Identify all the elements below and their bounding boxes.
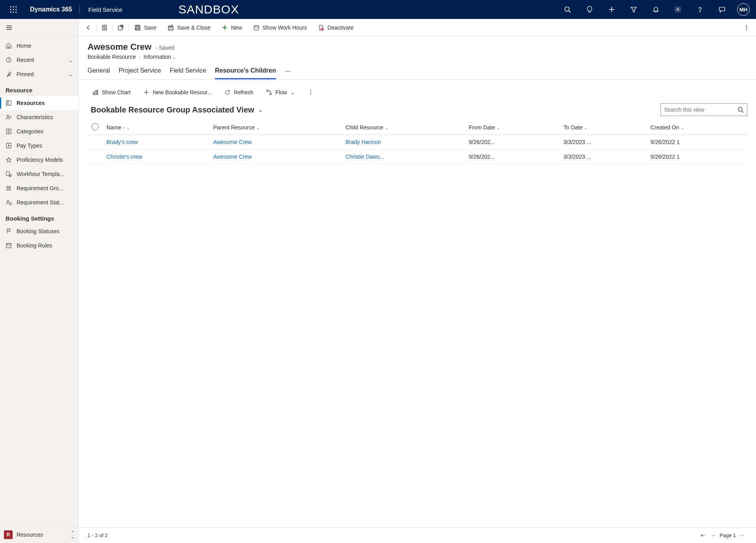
svg-point-72: [310, 94, 312, 95]
area-switcher[interactable]: R Resources ⌃⌄: [0, 526, 78, 543]
column-header-to-date[interactable]: To Date⌄: [560, 120, 646, 135]
cell-child[interactable]: Brady Hannon: [342, 135, 465, 150]
assistant-icon[interactable]: [713, 0, 732, 19]
filter-icon[interactable]: [624, 0, 643, 19]
resource-icon: [6, 100, 12, 106]
select-all-checkbox[interactable]: [88, 120, 103, 135]
save-button[interactable]: Save: [129, 19, 162, 36]
sidebar-item-home[interactable]: Home: [0, 39, 78, 53]
show-chart-button[interactable]: Show Chart: [88, 87, 135, 98]
sidebar-item-proficiency-models[interactable]: Proficiency Models: [0, 153, 78, 167]
subgrid-table: Name↑⌄ Parent Resource⌄ Child Resource⌄ …: [88, 120, 747, 527]
search-icon[interactable]: [737, 107, 744, 113]
svg-point-22: [7, 102, 9, 103]
chart-icon: [92, 89, 99, 95]
sidebar-item-categories[interactable]: Categories: [0, 124, 78, 139]
sidebar-item-pinned[interactable]: Pinned ⌄: [0, 67, 78, 81]
sidebar-item-recent[interactable]: Recent ⌄: [0, 53, 78, 67]
app-name-label[interactable]: Field Service: [83, 6, 128, 13]
cell-parent[interactable]: Awesome Crew: [209, 150, 342, 164]
search-input[interactable]: [664, 107, 737, 113]
add-icon[interactable]: [602, 0, 621, 19]
tab-field-service[interactable]: Field Service: [170, 67, 206, 79]
chevron-down-icon: ⌄: [173, 55, 176, 60]
table-row[interactable]: Christie's crew Awesome Crew Christie Da…: [88, 150, 747, 164]
command-overflow-button[interactable]: [739, 19, 754, 36]
sidebar-item-resources[interactable]: Resources: [0, 96, 78, 110]
view-selector[interactable]: Bookable Resource Group Associated View …: [88, 105, 263, 114]
first-page-button[interactable]: ⇤: [698, 531, 708, 540]
global-header: Dynamics 365 Field Service SANDBOX MH: [0, 0, 756, 19]
svg-point-8: [15, 11, 17, 13]
sidebar-item-booking-rules[interactable]: Booking Rules: [0, 238, 78, 253]
show-work-hours-label: Show Work Hours: [263, 24, 307, 31]
chevron-down-icon: ⌄: [68, 71, 73, 77]
new-button[interactable]: New: [216, 19, 248, 36]
column-header-from-date[interactable]: From Date⌄: [465, 120, 560, 135]
tab-project-service[interactable]: Project Service: [119, 67, 161, 79]
column-header-parent-resource[interactable]: Parent Resource⌄: [209, 120, 342, 135]
chevron-down-icon: ⌄: [290, 89, 295, 95]
flag-icon: [6, 228, 12, 234]
app-launcher-icon[interactable]: [4, 0, 23, 19]
form-selector[interactable]: Information ⌄: [144, 54, 176, 60]
cell-parent[interactable]: Awesome Crew: [209, 135, 342, 150]
sidebar-item-label: Workhour Templa...: [17, 171, 64, 177]
row-select[interactable]: [88, 150, 103, 164]
deactivate-button[interactable]: Deactivate: [312, 19, 359, 36]
prev-page-button[interactable]: ←: [708, 531, 720, 540]
help-icon[interactable]: [691, 0, 709, 19]
next-page-button[interactable]: →: [736, 531, 747, 540]
show-work-hours-button[interactable]: Show Work Hours: [248, 19, 313, 36]
avatar[interactable]: MH: [737, 3, 750, 16]
back-button[interactable]: [80, 19, 96, 36]
row-select[interactable]: [88, 135, 103, 150]
sidebar-item-label: Requirement Gro...: [17, 185, 63, 191]
search-input-container: [661, 103, 747, 116]
sidebar-item-workhour-template[interactable]: Workhour Templa...: [0, 167, 78, 181]
cell-name[interactable]: Brady's crew: [103, 135, 209, 150]
svg-point-31: [7, 186, 8, 188]
pin-icon: [6, 71, 12, 77]
sidebar-item-label: Pay Types: [17, 142, 42, 149]
sidebar: Home Recent ⌄ Pinned ⌄ Resource Resource…: [0, 19, 79, 543]
flow-button[interactable]: Flow ⌄: [261, 87, 300, 98]
refresh-button[interactable]: Refresh: [220, 87, 258, 98]
lightbulb-icon[interactable]: [580, 0, 599, 19]
subgrid-overflow-button[interactable]: [303, 87, 319, 98]
sidebar-item-requirement-status[interactable]: Requirement Stat...: [0, 195, 78, 210]
save-close-button[interactable]: Save & Close: [162, 19, 216, 36]
table-row[interactable]: Brady's crew Awesome Crew Brady Hannon 9…: [88, 135, 747, 150]
column-header-child-resource[interactable]: Child Resource⌄: [342, 120, 465, 135]
sidebar-item-booking-statuses[interactable]: Booking Statuses: [0, 224, 78, 238]
open-record-set-button[interactable]: [97, 19, 112, 36]
sidebar-item-pay-types[interactable]: Pay Types: [0, 139, 78, 153]
cell-child[interactable]: Christie Daws...: [342, 150, 465, 164]
hamburger-icon[interactable]: [6, 24, 13, 31]
sidebar-item-characteristics[interactable]: Characteristics: [0, 110, 78, 124]
settings-icon[interactable]: [668, 0, 687, 19]
column-header-created-on[interactable]: Created On⌄: [646, 120, 747, 135]
search-icon[interactable]: [558, 0, 577, 19]
column-header-name[interactable]: Name↑⌄: [103, 120, 209, 135]
show-chart-label: Show Chart: [102, 89, 131, 95]
entity-label: Bookable Resource: [88, 54, 136, 60]
open-new-window-button[interactable]: [113, 19, 129, 36]
new-bookable-resource-button[interactable]: New Bookable Resour...: [138, 87, 217, 98]
refresh-icon: [224, 89, 231, 95]
calendar-icon: [253, 24, 259, 31]
sidebar-section-resource: Resource: [0, 81, 78, 96]
notification-icon[interactable]: [646, 0, 665, 19]
area-label: Resources: [17, 532, 43, 538]
svg-point-73: [738, 107, 742, 111]
tab-resources-children[interactable]: Resource's Children: [215, 67, 276, 79]
svg-point-61: [287, 71, 289, 72]
pager-range: 1 - 2 of 2: [88, 532, 108, 538]
tab-general[interactable]: General: [88, 67, 110, 79]
sidebar-item-requirement-group[interactable]: Requirement Gro...: [0, 181, 78, 195]
svg-point-32: [9, 186, 11, 188]
tab-overflow-button[interactable]: [285, 68, 291, 79]
cell-created-on: 9/26/2022 1: [646, 150, 747, 164]
cell-name[interactable]: Christie's crew: [103, 150, 209, 164]
brand-label[interactable]: Dynamics 365: [26, 6, 76, 13]
